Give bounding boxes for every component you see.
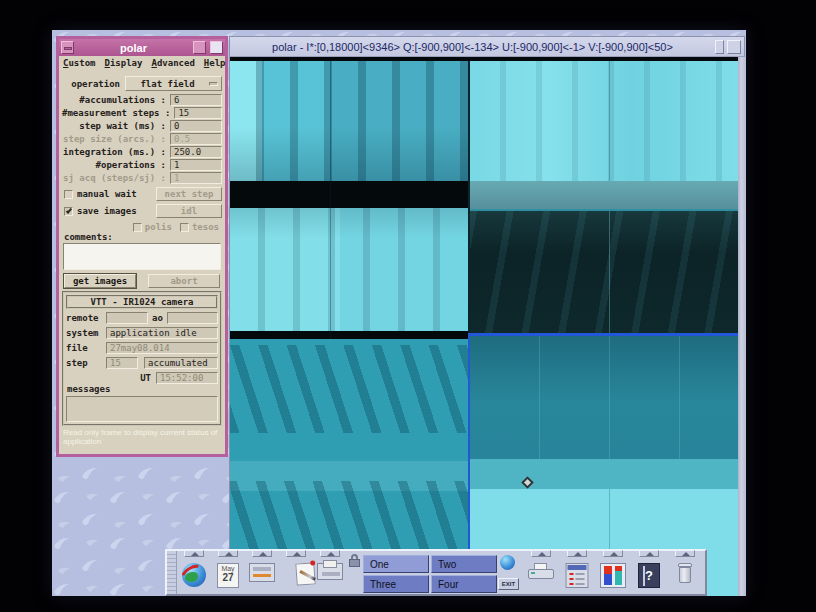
comments-textarea[interactable] bbox=[63, 243, 221, 270]
subpanel-arrow[interactable] bbox=[639, 550, 659, 557]
style-header bbox=[568, 565, 587, 570]
calendar-icon[interactable]: May 27 bbox=[217, 563, 239, 588]
window-right-frame bbox=[738, 57, 746, 596]
gray-line bbox=[576, 573, 585, 575]
file-manager-icon[interactable] bbox=[249, 563, 275, 582]
maximize-button[interactable] bbox=[210, 41, 223, 54]
subpanel-arrow[interactable] bbox=[286, 550, 306, 557]
red-swoosh bbox=[182, 563, 206, 587]
field-row: #measurement steps : 15 bbox=[62, 107, 222, 119]
window-menu-button[interactable] bbox=[61, 41, 74, 54]
next-step-button: next step bbox=[156, 187, 222, 201]
ao-field bbox=[167, 312, 218, 324]
save-images-checkbox[interactable] bbox=[64, 207, 73, 216]
operation-label: operation bbox=[62, 79, 120, 89]
manual-wait-label: manual wait bbox=[77, 189, 156, 199]
web-browser-icon[interactable] bbox=[182, 563, 206, 587]
check-icon bbox=[66, 207, 72, 213]
subpanel-arrow[interactable] bbox=[567, 550, 587, 557]
menu-custom[interactable]: Custom bbox=[63, 58, 96, 72]
subpanel-arrow[interactable] bbox=[320, 550, 340, 557]
performance-meter-icon[interactable] bbox=[600, 563, 626, 588]
step-wait-input[interactable]: 0 bbox=[170, 120, 222, 132]
red-dash bbox=[570, 578, 574, 580]
tesos-checkbox bbox=[180, 223, 189, 232]
accumulations-input[interactable]: 6 bbox=[170, 94, 222, 106]
file-field: 27may08.014 bbox=[106, 342, 218, 354]
action-row: get images abort bbox=[64, 274, 220, 288]
arrow-up-icon bbox=[327, 552, 335, 556]
help-icon[interactable]: ? bbox=[638, 563, 660, 588]
workspace-three-button[interactable]: Three bbox=[363, 575, 429, 593]
stokes-image-display[interactable] bbox=[230, 57, 746, 596]
mail-tray-icon[interactable] bbox=[317, 563, 343, 580]
field-row: #operations : 1 bbox=[62, 159, 222, 171]
subpanel-arrow[interactable] bbox=[603, 550, 623, 557]
printer-led bbox=[531, 572, 535, 574]
slot-web-browser bbox=[177, 551, 211, 594]
workspace-one-button[interactable]: One bbox=[363, 555, 429, 573]
image-window-titlebar[interactable]: polar - I*:[0,18000]<9346> Q:[-900,900]<… bbox=[230, 37, 744, 57]
remote-field bbox=[106, 312, 148, 324]
workspace-four-button[interactable]: Four bbox=[431, 575, 497, 593]
subpanel-arrow[interactable] bbox=[184, 550, 204, 557]
measurement-steps-input[interactable]: 15 bbox=[174, 107, 222, 119]
slot-trash bbox=[667, 551, 703, 594]
polar-control-window: polar Custom Display Advanced Help opera… bbox=[56, 36, 228, 457]
world-small-icon[interactable] bbox=[500, 555, 515, 570]
tray-slot bbox=[322, 572, 340, 576]
field-row-disabled: step size (arcs.) : 0.5 bbox=[62, 133, 222, 145]
minimize-button[interactable] bbox=[715, 40, 724, 54]
menu-help[interactable]: Help bbox=[204, 58, 226, 72]
save-images-row: save images idl bbox=[64, 204, 222, 218]
menu-advanced[interactable]: Advanced bbox=[151, 58, 194, 72]
image-panel-top-left bbox=[230, 61, 468, 181]
lock-icon[interactable] bbox=[349, 554, 360, 567]
menu-display[interactable]: Display bbox=[105, 58, 143, 72]
workspace-pager: One Two Three Four EXIT bbox=[347, 551, 523, 594]
image-panel-mid-left bbox=[230, 208, 468, 331]
trash-icon[interactable] bbox=[677, 563, 693, 584]
polar-titlebar[interactable]: polar bbox=[59, 39, 225, 56]
maximize-button[interactable] bbox=[727, 40, 741, 54]
manual-wait-checkbox[interactable] bbox=[64, 190, 73, 199]
trash-can bbox=[679, 567, 691, 583]
subpanel-arrow[interactable] bbox=[531, 550, 551, 557]
lock-body bbox=[349, 559, 360, 567]
minimize-button[interactable] bbox=[193, 41, 206, 54]
field-row: integration (ms.) : 250.0 bbox=[62, 146, 222, 158]
printer-icon[interactable] bbox=[528, 563, 554, 581]
tesos-label: tesos bbox=[192, 222, 219, 232]
subpanel-arrow[interactable] bbox=[218, 550, 238, 557]
slot-performance bbox=[595, 551, 631, 594]
arrow-up-icon bbox=[646, 552, 654, 556]
style-manager-icon[interactable] bbox=[566, 563, 589, 588]
step-state-field: accumulated bbox=[144, 357, 218, 369]
workspace-two-button[interactable]: Two bbox=[431, 555, 497, 573]
remote-row: remote ao bbox=[66, 311, 218, 324]
readonly-note: Read only frame to display current statu… bbox=[63, 428, 221, 446]
camera-header: VTT - IR1024 camera bbox=[66, 295, 218, 309]
polis-option: polis bbox=[133, 222, 172, 232]
file-row: file 27may08.014 bbox=[66, 341, 218, 354]
integration-input[interactable]: 250.0 bbox=[170, 146, 222, 158]
subpanel-divider-line bbox=[330, 61, 331, 339]
workspace-grid: One Two Three Four bbox=[363, 555, 497, 593]
get-images-button[interactable]: get images bbox=[64, 274, 136, 288]
ao-label: ao bbox=[152, 313, 163, 323]
polar-window-title: polar bbox=[76, 42, 191, 54]
menubar: Custom Display Advanced Help bbox=[59, 56, 225, 72]
subpanel-arrow[interactable] bbox=[252, 550, 272, 557]
subpanel-arrow[interactable] bbox=[675, 550, 695, 557]
exit-button[interactable]: EXIT bbox=[498, 578, 519, 590]
arrow-up-icon bbox=[225, 552, 233, 556]
dash-icon bbox=[64, 47, 72, 50]
arrow-up-icon bbox=[538, 552, 546, 556]
step-size-input: 0.5 bbox=[170, 133, 222, 145]
slot-mail bbox=[313, 551, 347, 594]
field-row-disabled: sj acq (steps/sj) : 1 bbox=[62, 172, 222, 184]
light-band-right bbox=[470, 459, 738, 489]
operation-option-menu[interactable]: flat field bbox=[125, 76, 222, 91]
panel-handle[interactable] bbox=[167, 551, 177, 594]
operations-input[interactable]: 1 bbox=[170, 159, 222, 171]
